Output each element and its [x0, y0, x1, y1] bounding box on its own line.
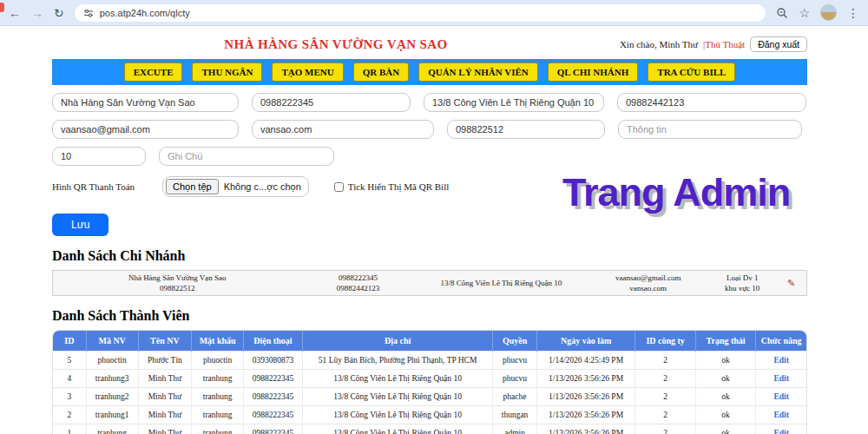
qr-bill-checkbox[interactable] [334, 182, 344, 192]
edit-link[interactable]: Edit [773, 411, 788, 419]
member-cell: ok [695, 352, 755, 370]
bookmark-star-icon[interactable]: ☆ [799, 7, 810, 19]
greeting: Xin chào, Minh Thư |Thủ Thuật Đăng xuất [620, 36, 807, 52]
nav-button-1[interactable]: EXCUTE [124, 62, 183, 82]
member-cell: phuoctin [86, 352, 138, 370]
branch-cell-actions: ✎ [776, 277, 806, 290]
reload-icon[interactable]: ↻ [54, 7, 64, 19]
member-cell: phache [493, 388, 536, 406]
choose-file-button[interactable]: Chọn tệp [166, 179, 219, 194]
member-cell: Phước Tín [138, 352, 192, 370]
phone-input[interactable] [252, 93, 411, 112]
branch-hotline: 098822512 [53, 283, 301, 293]
profile-avatar[interactable] [820, 4, 837, 21]
member-cell: tranhung2 [86, 388, 138, 406]
column-header-3: Tên NV [138, 331, 192, 352]
member-cell: 13/8 Công Viên Lê Thị Riêng Quận 10 [302, 388, 493, 406]
nav-button-7[interactable]: TRA CỨU BILL [648, 62, 735, 82]
member-cell: Minh Thư [138, 406, 192, 424]
member-cell: 2 [635, 352, 695, 370]
member-cell: Minh Thư [138, 424, 192, 434]
site-settings-icon [83, 8, 94, 18]
logout-button[interactable]: Đăng xuất [750, 36, 807, 52]
member-table-body: 5phuoctinPhước Tínphuoctin039308087351 L… [53, 352, 806, 434]
member-cell: ok [695, 424, 755, 434]
qr-bill-checkbox-label: Tick Hiển Thị Mã QR Bill [348, 181, 449, 192]
column-header-9: ID công ty [635, 331, 695, 352]
member-cell: Minh Thư [138, 388, 192, 406]
member-row: 2tranhung1Minh Thưtranhung098822234513/8… [53, 406, 806, 424]
edit-link[interactable]: Edit [773, 392, 788, 401]
hotline-input[interactable] [447, 120, 605, 139]
nav-button-5[interactable]: QUẢN LÝ NHÂN VIÊN [418, 62, 538, 82]
greeting-text: Xin chào, Minh Thư [620, 39, 698, 49]
member-cell: 1/13/2026 3:56:26 PM [536, 424, 635, 434]
edit-link[interactable]: Edit [773, 374, 788, 383]
branch-edit-icon[interactable]: ✎ [787, 278, 795, 288]
member-cell: tranhung [192, 388, 244, 406]
qr-payment-label: Hình QR Thanh Toán [52, 181, 149, 192]
member-cell-actions: Edit [756, 424, 806, 434]
member-cell-actions: Edit [756, 406, 806, 424]
nav-button-3[interactable]: TẠO MENU [272, 62, 343, 82]
member-cell: 4 [53, 370, 86, 388]
member-cell: Minh Thư [138, 370, 192, 388]
restaurant-name-input[interactable] [52, 93, 239, 112]
member-row: 3tranhung2Minh Thưtranhung098822234513/8… [53, 388, 806, 406]
member-cell: 1/13/2026 3:56:26 PM [536, 406, 635, 424]
page-title: NHÀ HÀNG SÂN VƯỜNG VẠN SAO [224, 37, 447, 51]
member-table-header-row: IDMã NVTên NVMật khẩuĐiện thoạiĐịa chỉQu… [53, 331, 806, 352]
member-cell-actions: Edit [756, 370, 806, 388]
branch-region: khu vực 10 [708, 283, 776, 293]
column-header-2: Mã NV [86, 331, 138, 352]
member-table-wrap: IDMã NVTên NVMật khẩuĐiện thoạiĐịa chỉQu… [52, 330, 807, 434]
back-icon[interactable]: ← [9, 7, 21, 19]
region-input[interactable] [52, 147, 146, 166]
member-cell: 2 [635, 424, 695, 434]
email-input[interactable] [52, 120, 239, 139]
member-cell: 0988222345 [244, 424, 303, 434]
member-cell: tranhung [86, 424, 138, 434]
info-input[interactable] [618, 120, 802, 139]
greeting-highlight: |Thủ Thuật [703, 39, 745, 49]
branch-cell-meta: Loại Dv 1 khu vực 10 [708, 273, 776, 293]
member-cell: 2 [635, 406, 695, 424]
menu-kebab-icon[interactable]: ⋮ [847, 7, 859, 19]
website-input[interactable] [252, 120, 434, 139]
branch-cell-address: 13/8 Công Viên Lê Thị Riêng Quận 10 [415, 278, 589, 288]
member-cell: 51 Lũy Bán Bích, Phường Phú Thạnh, TP HC… [302, 352, 493, 370]
column-header-5: Điện thoại [244, 331, 303, 352]
column-header-11: Chức năng [756, 331, 806, 352]
nav-button-2[interactable]: THU NGÂN [192, 62, 262, 82]
member-cell: 1 [53, 424, 86, 434]
member-cell: ok [695, 406, 755, 424]
branch-phone1: 0988222345 [301, 273, 414, 283]
nav-button-4[interactable]: QR BÀN [353, 62, 409, 82]
column-header-8: Ngày vào làm [536, 331, 635, 352]
address-input[interactable] [424, 93, 604, 112]
member-cell: ok [695, 370, 755, 388]
forward-icon[interactable]: → [31, 7, 43, 19]
file-upload-control[interactable]: Chọn tệp Không c...ợc chọn [162, 176, 309, 197]
url-bar[interactable]: pos.atp24h.com/qlcty [75, 4, 766, 22]
edit-link[interactable]: Edit [773, 429, 788, 434]
member-table: IDMã NVTên NVMật khẩuĐiện thoạiĐịa chỉQu… [53, 331, 806, 434]
company-form: Hình QR Thanh Toán Chọn tệp Không c...ợc… [52, 93, 807, 236]
note-input[interactable] [159, 147, 334, 166]
member-cell: 0393080873 [244, 352, 303, 370]
member-cell: admin [493, 424, 536, 434]
edit-link[interactable]: Edit [773, 356, 788, 365]
url-text: pos.atp24h.com/qlcty [100, 8, 190, 18]
branch-cell-name: Nhà Hàng Sân Vường Vạn Sao 098822512 [53, 273, 301, 293]
branch-table: Nhà Hàng Sân Vường Vạn Sao 098822512 098… [52, 270, 807, 296]
member-cell: tranhung3 [86, 370, 138, 388]
save-button[interactable]: Lưu [52, 214, 108, 236]
zoom-icon[interactable] [776, 7, 788, 19]
member-cell: tranhung [192, 424, 244, 434]
browser-bar: ← → ↻ pos.atp24h.com/qlcty ☆ ⋮ [0, 0, 868, 26]
phone2-input[interactable] [617, 93, 806, 112]
member-cell: 13/8 Công Viên Lê Thị Riêng Quận 10 [302, 424, 493, 434]
nav-button-6[interactable]: QL CHI NHÁNH [548, 62, 639, 82]
member-cell: 0988222345 [244, 388, 303, 406]
member-cell: 2 [635, 388, 695, 406]
